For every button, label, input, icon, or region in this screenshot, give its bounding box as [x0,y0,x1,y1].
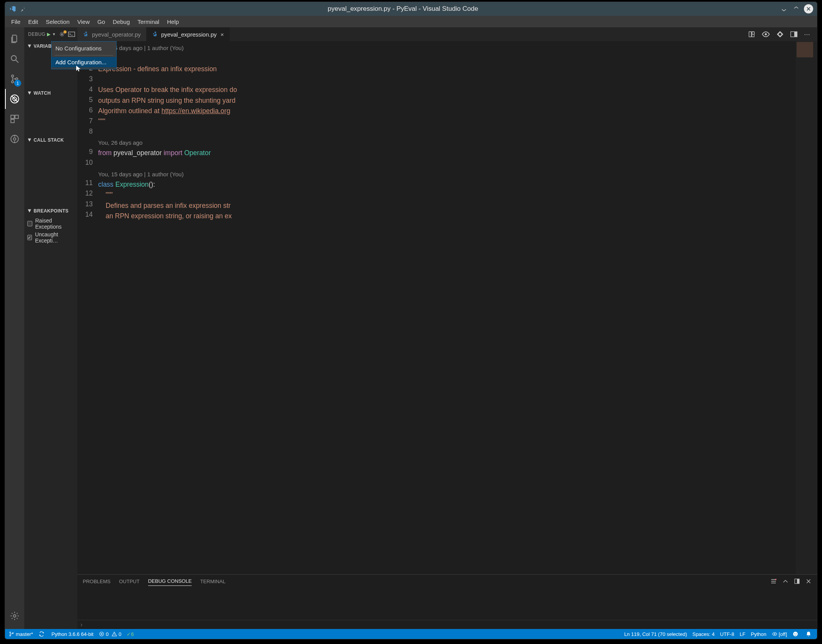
svg-rect-8 [11,119,14,123]
checkbox-checked[interactable] [27,235,32,240]
breakpoints-section-header[interactable]: ▶BREAKPOINTS [24,206,77,216]
menu-edit[interactable]: Edit [24,17,42,26]
callstack-section-header[interactable]: ▶CALL STACK [24,135,77,145]
activity-scm[interactable]: 1 [5,69,24,89]
config-dropdown-toggle[interactable]: ▼ [52,32,56,36]
editor-area: No Configurations Add Configuration... p… [77,27,469,367]
close-tab-icon[interactable]: × [221,31,224,38]
tab-pyeval-expression[interactable]: pyeval_expression.py × [147,27,230,41]
activity-search[interactable] [5,49,24,69]
menu-selection[interactable]: Selection [42,17,74,26]
tab-pyeval-operator[interactable]: pyeval_operator.py [77,27,147,41]
codelens[interactable]: You, 26 days ago [98,137,469,148]
menubar: File Edit Selection View Go Debug Termin… [5,16,469,27]
python-icon [83,31,89,37]
svg-point-10 [13,138,16,141]
line-gutter: 1 2 3 4 5 6 7 8 9 10 11 12 13 14 [77,41,98,367]
codelens[interactable]: You, 15 days ago | 1 author (You) [98,43,469,53]
activity-gitlens[interactable] [5,129,24,149]
vscode-icon [9,5,17,13]
code-editor[interactable]: You, 15 days ago | 1 author (You) """ Ex… [98,41,469,367]
scm-badge: 1 [14,80,21,87]
breakpoints-body: Raised Exceptions Uncaught Excepti… [24,216,77,245]
watch-body [24,98,77,135]
tab-label: pyeval_operator.py [92,31,141,38]
debug-title: DEBUG [28,32,45,37]
debug-sidebar: DEBUG ▶ ▼ ▶VARIABLES ▶WATCH ▶CALL STACK … [24,27,77,367]
window: pyeval_expression.py - PyEval - Visual S… [5,2,469,367]
svg-point-12 [61,33,63,35]
window-title: pyeval_expression.py - PyEval - Visual S… [30,5,469,13]
editor-split: 1 2 3 4 5 6 7 8 9 10 11 12 13 14 You, 15… [77,41,469,367]
start-debug-icon[interactable]: ▶ [47,32,51,37]
debug-console-icon[interactable] [68,32,75,37]
pin-icon[interactable] [20,6,26,12]
svg-point-2 [12,81,13,83]
dropdown-add-configuration[interactable]: Add Configuration... [52,57,116,67]
menu-go[interactable]: Go [94,17,109,26]
tab-label: pyeval_expression.py [161,31,217,38]
menu-debug[interactable]: Debug [109,17,134,26]
chevron-down-icon: ▶ [28,45,32,48]
debug-header: DEBUG ▶ ▼ [24,27,77,41]
svg-rect-13 [68,32,75,37]
chevron-down-icon: ▶ [28,139,32,142]
editor-tabbar: pyeval_operator.py pyeval_expression.py … [77,27,469,41]
callstack-body [24,145,77,206]
activity-debug[interactable] [5,89,24,109]
debug-config-dropdown[interactable]: No Configurations Add Configuration... [51,41,117,69]
svg-rect-7 [15,115,18,119]
svg-point-1 [12,75,13,77]
debug-settings-icon[interactable] [59,31,65,37]
activity-explorer[interactable] [5,29,24,49]
svg-rect-6 [11,115,14,119]
dropdown-no-configurations[interactable]: No Configurations [52,43,116,54]
menu-view[interactable]: View [74,17,94,26]
chevron-down-icon: ▶ [28,92,32,95]
menu-file[interactable]: File [7,17,24,26]
breakpoint-raised-exceptions[interactable]: Raised Exceptions [27,217,74,231]
activity-bar: 1 [5,27,24,367]
menu-help[interactable]: Help [163,17,183,26]
watch-section-header[interactable]: ▶WATCH [24,88,77,98]
svg-point-0 [11,55,16,60]
dropdown-separator [55,55,113,55]
menu-terminal[interactable]: Terminal [134,17,163,26]
titlebar: pyeval_expression.py - PyEval - Visual S… [5,2,469,16]
chevron-down-icon: ▶ [28,209,32,212]
breakpoint-uncaught-exceptions[interactable]: Uncaught Excepti… [27,231,74,244]
activity-extensions[interactable] [5,109,24,129]
python-icon [152,31,158,37]
config-warning-dot [63,30,67,33]
codelens[interactable]: You, 15 days ago | 1 author (You) [98,169,469,179]
checkbox-unchecked[interactable] [27,221,32,226]
